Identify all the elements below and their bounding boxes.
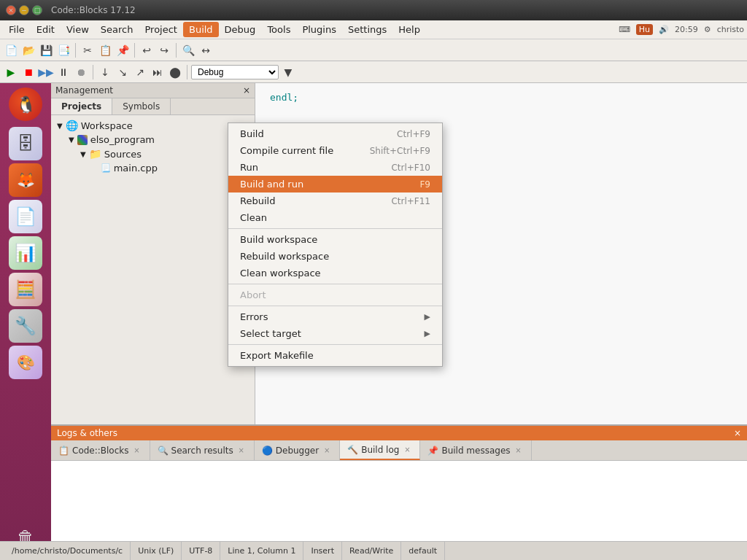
toolbar2-sep2 — [187, 65, 187, 79]
bottom-tabs: 📋 Code::Blocks × 🔍 Search results × 🔵 De… — [51, 440, 747, 461]
build-log-tab-icon: 🔨 — [347, 445, 358, 455]
menu-debug[interactable]: Debug — [219, 22, 262, 37]
management-tabs: Projects Symbols — [51, 98, 255, 115]
toolbar-separator-3 — [176, 43, 177, 58]
bottom-panel: Logs & others × 📋 Code::Blocks × 🔍 Searc… — [51, 424, 747, 541]
sidebar-app-sheets[interactable]: 📊 — [9, 236, 42, 270]
cpp-file-icon: 📃 — [101, 163, 111, 173]
status-mode: Insert — [303, 542, 342, 560]
menu-help[interactable]: Help — [392, 22, 426, 37]
step-out-icon[interactable]: ↗ — [132, 64, 148, 80]
search-results-tab-close[interactable]: × — [236, 446, 247, 456]
close-button[interactable]: × — [6, 5, 16, 15]
step-icon[interactable]: ↓ — [97, 64, 113, 80]
menu-build[interactable]: Build — [183, 22, 219, 37]
run-button[interactable]: ▶▶ — [38, 64, 54, 80]
tab-build-messages[interactable]: 📌 Build messages × — [420, 440, 531, 460]
project-color-icon — [77, 135, 88, 145]
codeblocks-tab-label: Code::Blocks — [72, 446, 129, 456]
logs-title: Logs & others — [57, 428, 117, 438]
tab-build-log[interactable]: 🔨 Build log × — [340, 440, 420, 460]
tab-search-results[interactable]: 🔍 Search results × — [150, 440, 255, 460]
tree-arrow-icon-3: ▼ — [80, 150, 86, 158]
status-charset: UTF-8 — [182, 542, 220, 560]
save-all-button[interactable]: 📑 — [55, 42, 71, 58]
sidebar-app-files[interactable]: 🗄 — [9, 127, 42, 160]
sources-folder-icon: 📁 — [89, 148, 101, 160]
tab-debugger[interactable]: 🔵 Debugger × — [255, 440, 340, 460]
tree-arrow-icon-2: ▼ — [69, 136, 74, 144]
menu-file[interactable]: File — [3, 22, 31, 37]
tree-maincpp[interactable]: ▼ 📃 main.cpp — [89, 161, 252, 175]
stop-button[interactable]: ⏹ — [20, 64, 36, 80]
toolbar-separator-1 — [75, 43, 76, 58]
minimize-button[interactable]: − — [19, 5, 29, 15]
sidebar-app-tools[interactable]: 🔧 — [9, 309, 42, 343]
save-button[interactable]: 💾 — [38, 42, 54, 58]
status-style: default — [401, 542, 445, 560]
menu-tools[interactable]: Tools — [261, 22, 296, 37]
step-in-icon[interactable]: ↘ — [115, 64, 131, 80]
new-button[interactable]: 📄 — [3, 42, 19, 58]
menu-settings[interactable]: Settings — [342, 22, 392, 37]
tab-codeblocks[interactable]: 📋 Code::Blocks × — [51, 440, 150, 460]
tree-project[interactable]: ▼ elso_program — [66, 133, 252, 147]
window-controls[interactable]: × − □ — [6, 5, 42, 15]
build-run-button[interactable]: ▶ — [3, 64, 19, 80]
tree-sources[interactable]: ▼ 📁 Sources — [77, 147, 252, 161]
tree-arrow-icon: ▼ — [57, 122, 63, 130]
management-close[interactable]: × — [243, 85, 250, 96]
cut-button[interactable]: ✂ — [80, 42, 96, 58]
redo-button[interactable]: ↪ — [156, 42, 172, 58]
code-content: endl; — [255, 83, 747, 112]
sidebar-app-firefox[interactable]: 🦊 — [9, 163, 42, 197]
build-log-tab-label: Build log — [361, 445, 399, 455]
sidebar-app-color[interactable]: 🎨 — [9, 346, 42, 379]
toolbar-main: 📄 📂 💾 📑 ✂ 📋 📌 ↩ ↪ 🔍 ↔ — [0, 39, 747, 61]
paste-button[interactable]: 📌 — [115, 42, 131, 58]
search-results-tab-icon: 🔍 — [158, 446, 169, 456]
open-button[interactable]: 📂 — [20, 42, 36, 58]
sidebar-app-calc[interactable]: 🧮 — [9, 273, 42, 306]
hu-badge: Hu — [636, 24, 653, 35]
build-messages-tab-icon: 📌 — [427, 446, 438, 456]
menu-project[interactable]: Project — [139, 22, 182, 37]
workspace-label: Workspace — [81, 120, 133, 131]
target-combo-arrow[interactable]: ▼ — [280, 64, 296, 80]
breakpoint-icon[interactable]: ⬤ — [167, 64, 183, 80]
status-bar: /home/christo/Documents/c Unix (LF) UTF-… — [0, 541, 747, 560]
build-messages-tab-close[interactable]: × — [514, 446, 524, 456]
management-header: Management × — [51, 83, 255, 98]
next-break-icon[interactable]: ⏭ — [150, 64, 166, 80]
menu-view[interactable]: View — [61, 22, 95, 37]
ubuntu-logo[interactable]: 🐧 — [9, 88, 42, 121]
menu-plugins[interactable]: Plugins — [296, 22, 342, 37]
keyboard-icon: ⌨ — [619, 25, 630, 34]
menu-search[interactable]: Search — [95, 22, 139, 37]
menu-edit[interactable]: Edit — [31, 22, 61, 37]
debugger-tab-close[interactable]: × — [322, 446, 332, 456]
abort-button[interactable]: ⏺ — [73, 64, 89, 80]
bottom-close-button[interactable]: × — [734, 428, 741, 438]
status-position: Line 1, Column 1 — [220, 542, 303, 560]
codeblocks-tab-close[interactable]: × — [132, 446, 142, 456]
tab-projects[interactable]: Projects — [51, 98, 112, 114]
status-path: /home/christo/Documents/c — [4, 542, 131, 560]
build-log-tab-close[interactable]: × — [402, 445, 412, 455]
copy-button[interactable]: 📋 — [97, 42, 113, 58]
undo-button[interactable]: ↩ — [139, 42, 155, 58]
menu-bar: File Edit View Search Project Build Debu… — [0, 20, 747, 39]
sidebar-app-docs[interactable]: 📄 — [9, 200, 42, 233]
sidebar: 🐧 🗄 🦊 📄 📊 🧮 🔧 🎨 🗑 — [0, 83, 51, 560]
build-target-select[interactable]: Debug — [191, 65, 279, 79]
tree-workspace[interactable]: ▼ 🌐 Workspace — [54, 118, 252, 133]
workspace-icon: 🌐 — [66, 120, 78, 131]
toolbar-separator-2 — [134, 43, 135, 58]
tab-symbols[interactable]: Symbols — [112, 98, 171, 114]
find-button[interactable]: 🔍 — [180, 42, 196, 58]
replace-button[interactable]: ↔ — [198, 42, 214, 58]
maximize-button[interactable]: □ — [32, 5, 42, 15]
pause-button[interactable]: ⏸ — [55, 64, 71, 80]
build-messages-tab-label: Build messages — [441, 446, 510, 456]
status-access: Read/Write — [342, 542, 401, 560]
